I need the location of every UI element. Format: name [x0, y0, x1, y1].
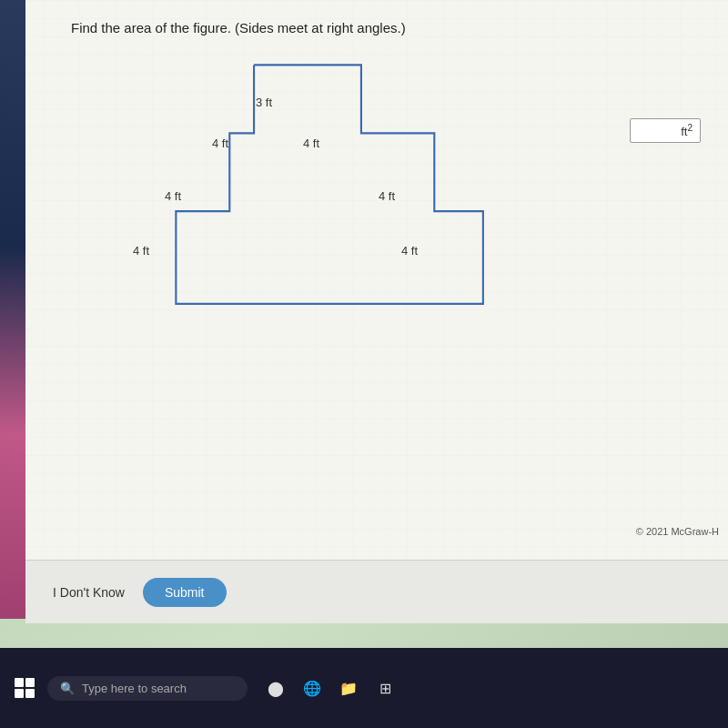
taskbar-search[interactable]: 🔍 Type here to search [47, 676, 248, 701]
taskbar-icons: ⬤ 🌐 📁 ⊞ [264, 676, 397, 700]
bottom-bar: I Don't Know Submit [25, 560, 728, 623]
answer-exponent: 2 [687, 123, 693, 133]
submit-button[interactable]: Submit [143, 578, 227, 607]
taskbar-icon-cortana[interactable]: ⬤ [264, 676, 288, 700]
search-icon: 🔍 [60, 682, 75, 695]
left-sidebar [0, 0, 25, 619]
answer-box: ft2 [630, 118, 701, 143]
figure-svg [80, 46, 535, 318]
copyright-text: © 2021 McGraw-H [636, 526, 719, 537]
question-text: Find the area of the figure. (Sides meet… [71, 20, 406, 35]
main-content: Find the area of the figure. (Sides meet… [25, 0, 728, 619]
taskbar-icon-apps[interactable]: ⊞ [373, 676, 397, 700]
figure-area: 3 ft 4 ft 4 ft 4 ft 4 ft 4 ft 4 ft [80, 46, 581, 355]
answer-unit: ft2 [681, 123, 693, 138]
search-placeholder: Type here to search [82, 682, 187, 695]
dont-know-button[interactable]: I Don't Know [53, 585, 125, 600]
start-button[interactable] [9, 672, 40, 703]
windows-icon [15, 678, 35, 698]
taskbar-icon-edge[interactable]: 🌐 [300, 676, 324, 700]
taskbar: 🔍 Type here to search ⬤ 🌐 📁 ⊞ [0, 648, 728, 728]
taskbar-icon-explorer[interactable]: 📁 [337, 676, 360, 700]
answer-input[interactable] [638, 123, 679, 138]
